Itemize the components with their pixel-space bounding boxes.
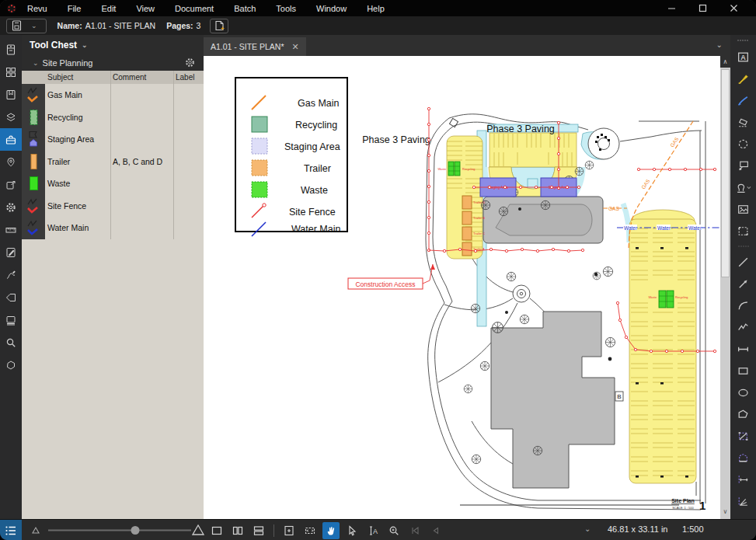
- construction-access-callout[interactable]: Construction Access: [348, 264, 435, 289]
- arc-tool[interactable]: [730, 294, 756, 316]
- flag-tag-icon[interactable]: [0, 286, 22, 308]
- tool-row-gas-main[interactable]: Gas Main: [22, 84, 204, 106]
- svg-text:Site Plan: Site Plan: [671, 498, 695, 503]
- menu-help[interactable]: Help: [357, 0, 395, 16]
- next-view-button[interactable]: [427, 522, 444, 539]
- tool-set-site-planning[interactable]: ⌄ Site Planning: [22, 54, 204, 71]
- layers-icon[interactable]: [0, 106, 22, 128]
- callout-tool[interactable]: [730, 155, 756, 176]
- chevron-down-icon: ⌄: [31, 22, 37, 30]
- tool-chest-icon[interactable]: [0, 128, 22, 151]
- svg-text:Trailer C: Trailer C: [473, 232, 485, 235]
- tab-close-icon[interactable]: ✕: [292, 42, 299, 52]
- pan-tool[interactable]: [322, 522, 340, 539]
- menu-revu[interactable]: Revu: [17, 0, 57, 16]
- spaces-icon[interactable]: [0, 151, 22, 173]
- text-box-tool[interactable]: A: [730, 46, 756, 68]
- chevron-down-icon[interactable]: ⌄: [82, 41, 88, 49]
- menu-document[interactable]: Document: [165, 0, 224, 16]
- measurements-ruler-icon[interactable]: [0, 218, 22, 241]
- slider-min-icon: [33, 528, 39, 533]
- markups-icon[interactable]: [0, 241, 22, 263]
- new-page-button[interactable]: [210, 19, 228, 33]
- panel-width-slider[interactable]: [26, 520, 205, 540]
- phase3-label-right[interactable]: Phase 3 Paving: [486, 124, 555, 134]
- tool-row-site-fence[interactable]: Site Fence: [22, 195, 204, 218]
- revu-window: Revu File Edit View Document Batch Tools…: [0, 0, 756, 540]
- zoom-tool[interactable]: [385, 522, 402, 539]
- line-tool[interactable]: [730, 251, 756, 273]
- svg-text:Water: Water: [657, 225, 671, 231]
- tab-site-plan[interactable]: A1.01 - SITE PLAN* ✕: [204, 37, 306, 56]
- svg-text:Waste: Waste: [301, 185, 328, 196]
- lasso-tool[interactable]: [730, 133, 756, 155]
- search-icon[interactable]: [0, 331, 22, 354]
- split-vertical-icon[interactable]: [229, 522, 246, 539]
- site-fence-tool-icon: [22, 195, 45, 218]
- toolbar-drag-handle[interactable]: [730, 35, 756, 46]
- file-access-icon[interactable]: [0, 38, 22, 61]
- measure-angle-tool[interactable]: [730, 490, 756, 512]
- dimension-tool[interactable]: [730, 338, 756, 360]
- image-tool[interactable]: [730, 198, 756, 220]
- measure-perimeter-tool[interactable]: [730, 447, 756, 469]
- scroll-up-icon[interactable]: ∧: [720, 56, 730, 68]
- stamp-tool[interactable]: [730, 176, 756, 198]
- menu-file[interactable]: File: [57, 0, 92, 16]
- menu-tools[interactable]: Tools: [266, 0, 306, 16]
- properties-gear-icon[interactable]: [0, 196, 22, 218]
- studio-icon[interactable]: [0, 308, 22, 331]
- scroll-down-icon[interactable]: ∨: [720, 507, 730, 517]
- markup-list-toggle[interactable]: [0, 520, 22, 540]
- fit-page-icon[interactable]: [280, 522, 298, 539]
- thumbnails-icon[interactable]: [0, 61, 22, 83]
- tool-row-staging-area[interactable]: Staging Area: [22, 128, 204, 151]
- polygon-tool[interactable]: [730, 403, 756, 425]
- status-options-chevron-icon[interactable]: ⌄: [584, 524, 591, 533]
- select-tool[interactable]: [343, 522, 361, 539]
- svg-text:Water: Water: [624, 225, 638, 231]
- maximize-button[interactable]: [697, 3, 708, 14]
- minimize-button[interactable]: [666, 3, 677, 14]
- tab-list-chevron-icon[interactable]: ⌄: [716, 40, 723, 49]
- fit-width-icon[interactable]: [301, 522, 319, 539]
- menu-edit[interactable]: Edit: [91, 0, 126, 16]
- signatures-icon[interactable]: [0, 263, 22, 286]
- shapes-icon[interactable]: [0, 354, 22, 376]
- highlight-tool[interactable]: [730, 68, 756, 89]
- svg-text:Water Main: Water Main: [291, 224, 340, 235]
- rectangle-tool[interactable]: [730, 360, 756, 381]
- waste-tool-icon: [22, 172, 45, 195]
- tool-row-trailer[interactable]: Trailer A, B, C and D: [22, 151, 204, 173]
- legend-markup[interactable]: Gas Main Recycling Staging Area Trailer …: [235, 78, 347, 236]
- previous-view-button[interactable]: [406, 522, 423, 539]
- measure-area-tool[interactable]: [730, 425, 756, 447]
- arrow-tool[interactable]: [730, 273, 756, 294]
- menu-window[interactable]: Window: [306, 0, 357, 16]
- water-main-markup[interactable]: Water Water Water: [617, 225, 719, 231]
- pen-tool[interactable]: [730, 89, 756, 111]
- tool-set-gear-button[interactable]: [184, 57, 196, 68]
- tool-row-water-main[interactable]: Water Main: [22, 217, 204, 239]
- eraser-tool[interactable]: [730, 111, 756, 133]
- ellipse-tool[interactable]: [730, 381, 756, 403]
- measure-length-tool[interactable]: [730, 469, 756, 490]
- single-pane-icon[interactable]: [208, 522, 225, 539]
- bookmarks-icon[interactable]: [0, 83, 22, 106]
- markup-toolbar: A: [730, 35, 756, 519]
- document-menu-button[interactable]: ⌄: [6, 19, 47, 33]
- snapshot-tool[interactable]: [730, 220, 756, 242]
- menu-view[interactable]: View: [126, 0, 165, 16]
- tool-row-waste[interactable]: Waste: [22, 172, 204, 195]
- svg-text:Trailer: Trailer: [304, 163, 331, 174]
- menu-batch[interactable]: Batch: [224, 0, 266, 16]
- split-horizontal-icon[interactable]: [250, 522, 267, 539]
- scrollbar-thumb[interactable]: [721, 69, 730, 277]
- vertical-scrollbar[interactable]: ∧ ∨: [720, 56, 730, 519]
- select-text-tool[interactable]: A: [364, 522, 381, 539]
- tool-row-recycling[interactable]: Recycling: [22, 106, 204, 129]
- links-icon[interactable]: [0, 173, 22, 196]
- polyline-tool[interactable]: [730, 316, 756, 338]
- close-button[interactable]: [728, 3, 739, 14]
- phase3-label-left[interactable]: Phase 3 Paving: [362, 134, 430, 145]
